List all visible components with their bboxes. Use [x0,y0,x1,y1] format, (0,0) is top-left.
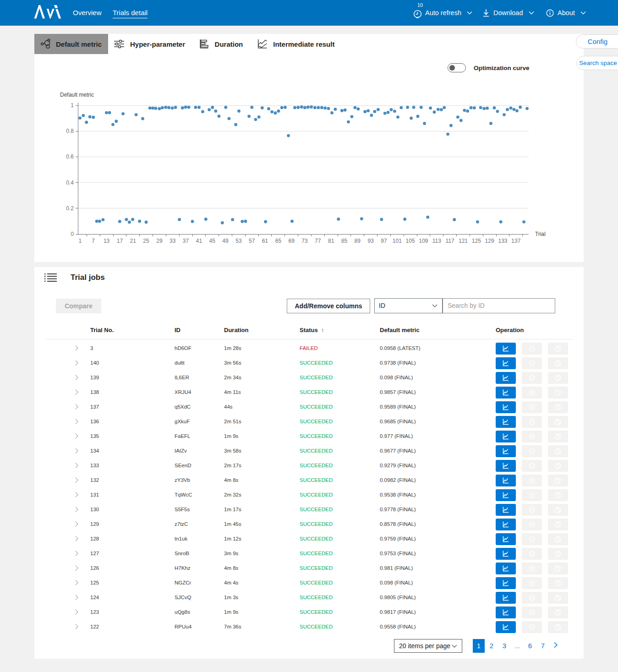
svg-text:77: 77 [315,238,321,244]
svg-text:1: 1 [71,102,74,109]
svg-text:1: 1 [79,238,82,244]
svg-text:0.4: 0.4 [66,180,74,186]
svg-text:73: 73 [301,238,308,244]
svg-text:93: 93 [368,238,374,244]
svg-text:0: 0 [71,231,74,237]
svg-text:137: 137 [511,238,520,244]
svg-text:45: 45 [209,238,216,244]
svg-text:109: 109 [419,238,428,244]
svg-text:65: 65 [275,238,282,244]
svg-text:89: 89 [355,238,361,244]
svg-text:113: 113 [432,238,441,244]
svg-text:101: 101 [393,238,402,244]
svg-text:0.2: 0.2 [66,205,74,212]
svg-text:0.8: 0.8 [66,128,74,134]
svg-text:61: 61 [262,238,268,244]
svg-text:25: 25 [143,238,149,244]
svg-text:121: 121 [459,238,468,244]
svg-text:41: 41 [196,238,202,244]
svg-text:29: 29 [156,238,163,244]
svg-text:7: 7 [92,238,95,244]
svg-text:85: 85 [341,238,348,244]
svg-text:69: 69 [289,238,295,244]
svg-text:97: 97 [381,238,387,244]
svg-text:53: 53 [235,238,242,244]
svg-text:49: 49 [222,238,229,244]
svg-text:33: 33 [170,238,176,244]
svg-text:81: 81 [328,238,334,244]
svg-text:129: 129 [485,238,494,244]
svg-text:13: 13 [104,238,110,244]
svg-text:105: 105 [406,238,415,244]
svg-text:125: 125 [472,238,481,244]
svg-text:17: 17 [117,238,123,244]
svg-text:133: 133 [498,238,507,244]
svg-text:Trial: Trial [535,231,546,237]
svg-text:117: 117 [446,238,454,244]
svg-text:57: 57 [249,238,255,244]
svg-text:Default metric: Default metric [60,92,94,98]
svg-text:21: 21 [130,238,137,244]
svg-text:37: 37 [183,238,189,244]
svg-text:0.6: 0.6 [66,153,74,160]
